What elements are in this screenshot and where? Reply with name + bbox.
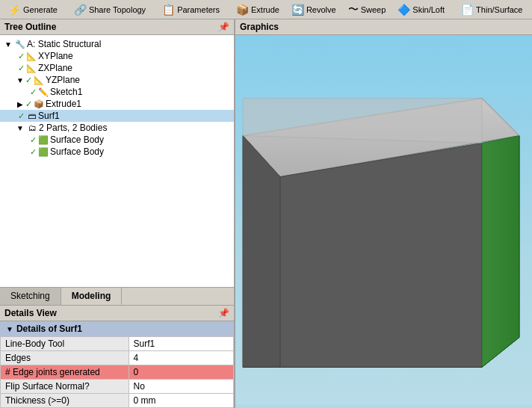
row-label-edges: Edges [1, 351, 129, 365]
extrude-button[interactable]: 📦 Extrude [231, 1, 285, 18]
2parts-icon: 🗂 [25, 123, 39, 132]
graphics-panel: Graphics [235, 19, 532, 408]
surf1-icon: 🗃 [25, 111, 38, 120]
table-row-flip-surface: Flip Surface Normal? No [1, 380, 234, 394]
thin-surface-icon: 📄 [461, 4, 474, 16]
xyplane-icon: 📐 [25, 52, 38, 61]
row-label-line-body-tool: Line-Body Tool [1, 337, 129, 351]
tree-header: Tree Outline 📌 [0, 19, 234, 35]
generate-icon: ⚡ [8, 4, 21, 16]
extrude-icon: 📦 [236, 4, 249, 16]
tree-item-zxplane[interactable]: ✓ 📐 ZXPlane [0, 62, 234, 74]
svg-marker-4 [280, 143, 482, 368]
surf1-check-icon: ✓ [18, 111, 25, 121]
tree-item-sketch1[interactable]: ✓ ✏️ Sketch1 [0, 86, 234, 98]
yzplane-check-icon: ✓ [25, 75, 32, 85]
row-value-edges[interactable]: 4 [129, 351, 233, 365]
tree-label-extrude1: Extrude1 [46, 99, 81, 109]
thin-surface-button[interactable]: 📄 Thin/Surface [456, 1, 528, 18]
xyplane-check-icon: ✓ [18, 52, 25, 61]
details-collapse-icon[interactable]: ▼ [6, 325, 13, 333]
zxplane-icon: 📐 [25, 64, 38, 73]
surface-body-1-check-icon: ✓ [30, 135, 37, 145]
tree-item-yzplane[interactable]: ▼ ✓ 📐 YZPlane [0, 74, 234, 86]
parameters-button[interactable]: 📋 Parameters [157, 1, 225, 18]
parameters-icon: 📋 [162, 4, 175, 16]
tree-pin[interactable]: 📌 [218, 22, 229, 32]
tree-item-2parts[interactable]: ▼ 🗂 2 Parts, 2 Bodies [0, 122, 234, 134]
sketch1-check-icon: ✓ [30, 87, 37, 97]
tree-toggle-2parts[interactable]: ▼ [15, 124, 25, 132]
tree-item-surf1[interactable]: ✓ 🗃 Surf1 [0, 110, 234, 122]
generate-button[interactable]: ⚡ Generate [3, 1, 63, 18]
tab-sketching[interactable]: Sketching [0, 288, 61, 305]
revolve-icon: 🔄 [291, 4, 304, 16]
sweep-icon: 〜 [348, 3, 359, 16]
table-row-line-body-tool: Line-Body Tool Surf1 [1, 337, 234, 351]
left-panel: Tree Outline 📌 ▼ 🔧 A: Static Structural … [0, 19, 235, 408]
row-value-edge-joints[interactable]: 0 [129, 365, 233, 380]
tree-label-zxplane: ZXPlane [38, 63, 72, 73]
blend-button[interactable]: 🔲 Ble... [529, 1, 532, 18]
tree-toggle-static[interactable]: ▼ [3, 40, 13, 49]
surface-body-2-icon: 🟩 [37, 147, 50, 157]
extrude1-icon: 📦 [32, 99, 46, 109]
static-structural-icon: 🔧 [13, 40, 27, 49]
surface-body-1-icon: 🟩 [37, 135, 50, 145]
tree-item-surface-body-2[interactable]: ✓ 🟩 Surface Body [0, 146, 234, 158]
tree-item-static-structural[interactable]: ▼ 🔧 A: Static Structural [0, 38, 234, 50]
skin-loft-button[interactable]: 🔷 Skin/Loft [392, 1, 450, 18]
details-view: Details View 📌 ▼ Details of Surf1 Line-B… [0, 306, 234, 408]
tree-label-surface-body-2: Surface Body [50, 146, 104, 157]
svg-marker-12 [243, 99, 482, 143]
sweep-button[interactable]: 〜 Sweep [343, 1, 392, 19]
toolbar: ⚡ Generate 🔗 Share Topology 📋 Parameters… [0, 0, 532, 19]
sketch1-icon: ✏️ [37, 87, 50, 97]
tree-item-extrude1[interactable]: ▶ ✓ 📦 Extrude1 [0, 98, 234, 110]
extrude1-check-icon: ✓ [25, 99, 32, 109]
skin-loft-icon: 🔷 [398, 4, 410, 16]
surface-body-2-check-icon: ✓ [30, 147, 37, 157]
tree-label-sketch1: Sketch1 [50, 87, 82, 97]
tree-label-surf1: Surf1 [38, 111, 60, 121]
tree-toggle-yzplane[interactable]: ▼ [15, 76, 25, 84]
graphics-header: Graphics [235, 19, 532, 35]
table-row-edges: Edges 4 [1, 351, 234, 365]
tree-label-surface-body-1: Surface Body [50, 135, 104, 145]
row-value-flip-surface[interactable]: No [129, 380, 233, 394]
details-pin[interactable]: 📌 [218, 308, 229, 318]
details-section-title: Details of Surf1 [16, 324, 82, 334]
tab-modeling[interactable]: Modeling [61, 288, 123, 305]
row-label-thickness: Thickness (>=0) [1, 394, 129, 408]
graphics-title: Graphics [240, 22, 279, 32]
tree-label-xyplane: XYPlane [38, 51, 73, 61]
svg-marker-3 [243, 136, 280, 368]
table-row-edge-joints: # Edge joints generated 0 [1, 365, 234, 380]
tabs-bar: Sketching Modeling [0, 287, 234, 306]
row-label-edge-joints: # Edge joints generated [1, 365, 129, 380]
tree-title: Tree Outline [4, 22, 56, 32]
row-value-line-body-tool[interactable]: Surf1 [129, 337, 233, 351]
share-topology-button[interactable]: 🔗 Share Topology [69, 1, 151, 18]
row-label-flip-surface: Flip Surface Normal? [1, 380, 129, 394]
details-title: Details View [4, 308, 57, 318]
yzplane-icon: 📐 [32, 75, 46, 85]
tree-label-yzplane: YZPlane [46, 75, 80, 85]
revolve-button[interactable]: 🔄 Revolve [286, 1, 341, 18]
graphics-viewport[interactable] [235, 35, 532, 408]
tree-label-2parts: 2 Parts, 2 Bodies [39, 123, 107, 133]
svg-marker-5 [482, 136, 519, 368]
tree-item-surface-body-1[interactable]: ✓ 🟩 Surface Body [0, 134, 234, 146]
share-topology-icon: 🔗 [74, 4, 87, 16]
details-table: Line-Body Tool Surf1 Edges 4 # Edge join… [0, 336, 234, 408]
table-row-thickness: Thickness (>=0) 0 mm [1, 394, 234, 408]
main-layout: Tree Outline 📌 ▼ 🔧 A: Static Structural … [0, 19, 532, 408]
tree-toggle-extrude1[interactable]: ▶ [15, 100, 25, 108]
details-header: Details View 📌 [0, 306, 234, 321]
tree-item-xyplane[interactable]: ✓ 📐 XYPlane [0, 50, 234, 62]
tree-label-static-structural: A: Static Structural [27, 39, 101, 49]
3d-shape-svg [235, 35, 532, 408]
row-value-thickness[interactable]: 0 mm [129, 394, 233, 408]
tree-container: ▼ 🔧 A: Static Structural ✓ 📐 XYPlane ✓ 📐… [0, 35, 234, 287]
zxplane-check-icon: ✓ [18, 64, 25, 73]
